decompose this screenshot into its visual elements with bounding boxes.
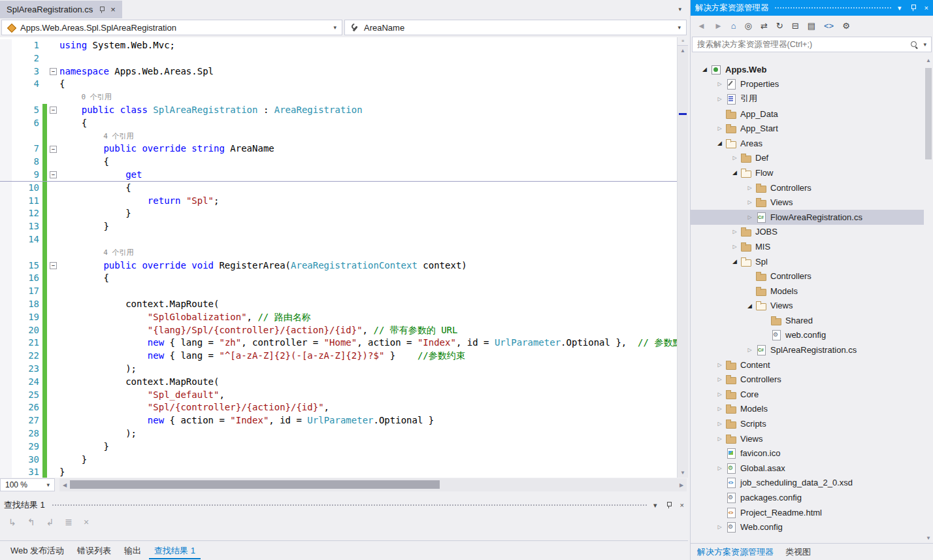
breakpoint-margin[interactable] [0,39,12,52]
expand-icon[interactable]: ▷ [730,244,740,250]
tree-item[interactable]: ▷Core [691,387,933,402]
breakpoint-margin[interactable] [0,337,12,350]
breakpoint-margin[interactable] [0,389,12,402]
tree-item[interactable]: ▷Global.asax [691,461,933,476]
code-line[interactable]: 23 ); [0,363,677,376]
collapse-all-icon[interactable]: ⊟ [792,22,799,30]
editor-vertical-scrollbar[interactable]: ≡ ▲ ▼ [677,37,688,478]
tree-item[interactable]: ▷引用 [691,91,933,107]
codelens-row[interactable]: 4 个引用 [0,246,677,259]
expand-icon[interactable]: ▷ [715,524,725,530]
tree-item[interactable]: ◢Flow [691,165,933,180]
breakpoint-margin[interactable] [0,156,12,169]
code-line[interactable]: 10 { [0,182,677,195]
breakpoint-margin[interactable] [0,466,12,478]
tree-item[interactable]: job_scheduling_data_2_0.xsd [691,476,933,491]
expand-icon[interactable]: ▷ [745,347,755,353]
scope-filter-icon[interactable]: ◎ [745,22,752,30]
find-results-header[interactable]: 查找结果 1 ▾× [0,498,688,512]
expand-icon[interactable]: ▷ [715,81,725,87]
tree-item[interactable]: ▷MIS [691,239,933,254]
code-line[interactable]: 8 { [0,156,677,169]
tree-item[interactable]: ▷SplAreaRegistration.cs [691,342,933,357]
close-tab-icon[interactable]: × [110,5,116,14]
code-line[interactable]: 1using System.Web.Mvc; [0,39,677,52]
breakpoint-margin[interactable] [0,246,12,259]
fold-collapse-icon[interactable]: − [50,171,57,178]
clear-results-icon[interactable]: × [84,518,89,527]
tree-item[interactable]: ▷Web.config [691,519,933,535]
scroll-right-icon[interactable]: ▶ [676,482,687,488]
breakpoint-margin[interactable] [0,272,12,285]
home-icon[interactable]: ⌂ [731,22,736,30]
breakpoint-margin[interactable] [0,220,12,233]
tree-item[interactable]: ▷Views [691,195,933,210]
expand-icon[interactable]: ▷ [715,465,725,471]
code-editor[interactable]: 1using System.Web.Mvc;23−namespace Apps.… [0,37,688,478]
tree-item[interactable]: Project_Readme.html [691,505,933,520]
scroll-down-icon[interactable]: ▼ [924,533,933,543]
goto-next-location-icon[interactable]: ↲ [46,518,54,527]
back-icon[interactable]: ◄ [697,22,706,30]
breakpoint-margin[interactable] [0,324,12,337]
zoom-selector[interactable]: 100 % ▾ [0,478,55,491]
code-line[interactable]: 30 } [0,453,677,467]
tree-item[interactable]: ◢Apps.Web [691,62,933,77]
breakpoint-margin[interactable] [0,259,12,272]
collapse-icon[interactable]: ◢ [700,66,710,73]
tree-item[interactable]: ▷App_Start [691,121,933,136]
scroll-left-icon[interactable]: ◀ [59,482,70,488]
breakpoint-margin[interactable] [0,130,12,143]
pin-icon[interactable] [665,501,672,509]
code-line[interactable]: 14 [0,233,677,246]
document-tab[interactable]: SplAreaRegistration.cs × [0,1,122,18]
code-line[interactable]: 9− get [0,169,677,182]
tree-item[interactable]: App_Data [691,107,933,122]
breakpoint-margin[interactable] [0,169,12,181]
breakpoint-margin[interactable] [0,363,12,376]
code-line[interactable]: 21 new { lang = "zh", controller = "Home… [0,337,677,350]
close-icon[interactable]: × [680,502,684,509]
expand-icon[interactable]: ▷ [745,185,755,191]
list-view-icon[interactable]: ≣ [65,518,73,527]
properties-icon[interactable]: ⚙ [842,22,850,30]
tab-solution-explorer[interactable]: 解决方案资源管理器 [697,546,774,558]
breakpoint-margin[interactable] [0,376,12,389]
refresh-icon[interactable]: ↻ [776,22,783,30]
pin-tab-icon[interactable] [98,6,105,14]
horizontal-scroll-track[interactable] [70,478,676,491]
breakpoint-margin[interactable] [0,195,12,208]
editor-horizontal-scrollbar[interactable]: ◀ ▶ [59,478,687,491]
breakpoint-margin[interactable] [0,298,12,311]
breakpoint-margin[interactable] [0,142,12,156]
codelens-row[interactable]: 0 个引用 [0,91,677,104]
code-line[interactable]: 7− public override string AreaName [0,142,677,156]
pin-icon[interactable] [909,4,917,12]
breakpoint-margin[interactable] [0,104,12,117]
tree-item[interactable]: web.config [691,328,933,343]
goto-previous-location-icon[interactable]: ↰ [27,518,35,527]
code-line[interactable]: 11 return "Spl"; [0,195,677,208]
search-box[interactable]: ▾ [692,37,932,52]
expand-icon[interactable]: ▷ [715,406,725,412]
expand-icon[interactable]: ▷ [745,199,755,205]
code-line[interactable]: 5− public class SplAreaRegistration : Ar… [0,104,677,117]
breakpoint-margin[interactable] [0,440,12,453]
tree-item[interactable]: ▷Content [691,357,933,372]
codelens-references[interactable]: 4 个引用 [59,246,677,259]
code-line[interactable]: 26 "Spl/{controller}/{action}/{id}", [0,401,677,414]
tree-item[interactable]: ◢Views [691,299,933,314]
code-line[interactable]: 6 { [0,117,677,130]
forward-icon[interactable]: ► [714,22,723,30]
horizontal-scroll-thumb[interactable] [70,480,440,489]
expand-icon[interactable]: ▷ [730,229,740,235]
breakpoint-margin[interactable] [0,78,12,91]
tree-item[interactable]: ▷Def [691,151,933,166]
code-line[interactable]: 16 { [0,272,677,285]
fold-collapse-icon[interactable]: − [50,146,57,153]
code-line[interactable]: 19 "SplGlobalization", // 路由名称 [0,311,677,324]
expand-icon[interactable]: ▷ [715,391,725,397]
breakpoint-margin[interactable] [0,91,12,104]
expand-icon[interactable]: ▷ [715,362,725,368]
tab-find-results-1[interactable]: 查找结果 1 [149,542,201,559]
